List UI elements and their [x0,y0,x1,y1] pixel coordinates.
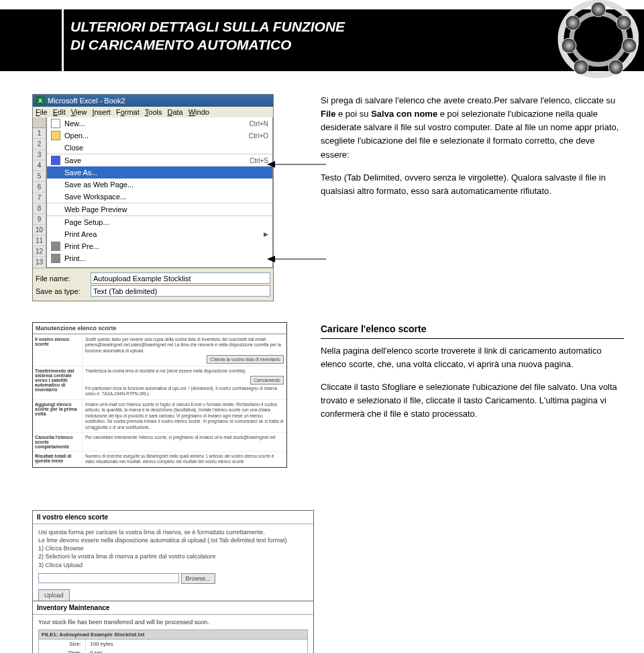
web-screenshot-2: Il vostro elenco scorte Usi questa forma… [32,510,314,606]
excel-row-headers: 12345678910111213 [33,117,46,268]
svg-marker-10 [267,161,275,168]
file-path-input[interactable] [38,573,179,583]
svg-marker-12 [267,256,275,262]
savetype-field[interactable]: Text (Tab delimited) [91,285,270,297]
open-icon [51,131,60,140]
page-title: ULTERIORI DETTAGLI SULLA FUNZIONE DI CAR… [70,17,345,54]
arrow-icon [267,252,327,266]
instruction-text-2: Caricare l'elenco scorte Nella pagina de… [321,322,624,421]
svg-point-3 [616,15,631,30]
svg-point-6 [574,60,588,74]
upload-button[interactable]: Upload [38,589,70,601]
web-screenshot-3: Inventory Maintenance Your stock file ha… [32,601,314,653]
new-icon [51,119,60,128]
svg-point-8 [566,15,580,30]
excel-titlebar: X Microsoft Excel - Book2 [33,95,273,107]
upload-button[interactable]: Caricamento [250,376,284,385]
print-icon [51,254,60,263]
excel-menubar: FileEditViewInsertFormatToolsDataWindo [33,107,273,117]
request-list-button[interactable]: Chieda la vostra lista di inventario [207,355,284,364]
browse-button[interactable]: Browse... [181,573,216,584]
excel-screenshot: X Microsoft Excel - Book2 FileEditViewIn… [32,94,274,301]
section-heading: Caricare l'elenco scorte [321,322,624,339]
filename-label: File name: [36,274,87,283]
instruction-text-1: Si prega di salvare l'elenco che avete c… [321,94,624,198]
print-preview-icon [51,242,60,251]
bearing-illustration [531,0,639,83]
svg-point-7 [561,38,576,53]
excel-icon: X [36,96,45,105]
svg-point-2 [591,2,606,17]
filename-field[interactable]: Autoupload Example Stocklist [91,272,270,284]
savetype-label: Save as type: [36,287,87,295]
save-as-item[interactable]: Save As... [47,166,272,179]
save-icon [51,156,60,165]
web-screenshot-1: Manutenzione elenco scorte Il vostro ele… [32,322,287,468]
save-dialog: File name: Autoupload Example Stocklist … [33,268,273,301]
arrow-icon [267,158,327,171]
excel-file-menu: New...Ctrl+N Open...Ctrl+O Close SaveCtr… [46,117,273,268]
svg-point-5 [608,60,623,74]
svg-point-4 [622,38,637,53]
